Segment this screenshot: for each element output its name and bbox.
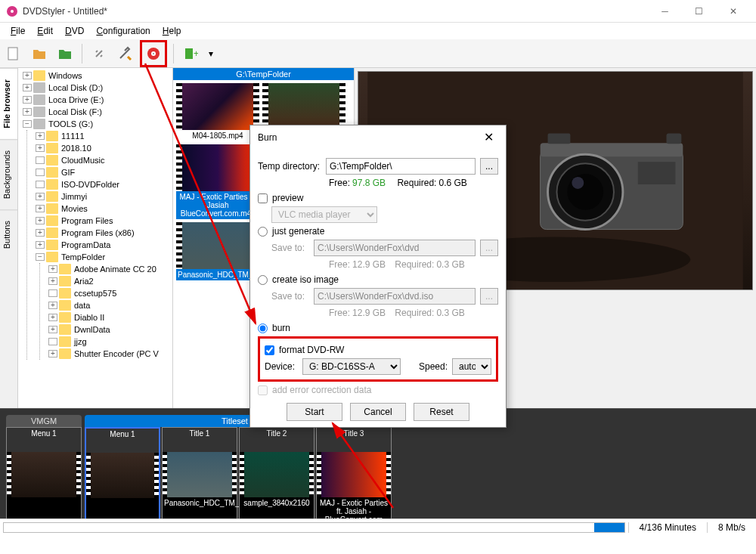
tree-item[interactable]: +ProgramData — [36, 239, 171, 251]
svg-point-14 — [567, 174, 603, 210]
svg-rect-16 — [638, 162, 676, 184]
timeline-item[interactable]: Title 2sample_3840x2160 — [239, 427, 314, 518]
generate-browse: ... — [480, 240, 498, 256]
svg-rect-17 — [548, 133, 571, 144]
thumbnail-item[interactable]: MAJ - Exotic Parties ft. Jasiah BlueConv… — [176, 144, 259, 219]
menu-bar: File Edit DVD Configuration Help — [0, 23, 756, 39]
settings-button[interactable] — [88, 43, 110, 64]
tree-item[interactable]: +2018.10 — [36, 142, 171, 154]
tempdir-label: Temp directory: — [258, 161, 321, 172]
tree-item[interactable]: +data — [48, 299, 171, 311]
iso-browse: ... — [480, 288, 498, 305]
cancel-button[interactable]: Cancel — [350, 403, 406, 421]
new-button[interactable] — [3, 43, 24, 64]
dialog-title: Burn — [258, 132, 479, 143]
speed-select[interactable]: auto — [452, 358, 491, 375]
minimize-button[interactable]: ─ — [648, 0, 682, 23]
close-button[interactable]: ✕ — [716, 0, 750, 23]
timeline-item[interactable]: Title 3MAJ - Exotic Parties ft. Jasiah -… — [316, 427, 392, 518]
reset-button[interactable]: Reset — [414, 403, 469, 421]
preview-checkbox[interactable] — [258, 193, 268, 203]
format-dvdrw-checkbox[interactable] — [265, 345, 274, 355]
tab-buttons[interactable]: Buttons — [0, 209, 17, 259]
tab-backgrounds[interactable]: Backgrounds — [0, 139, 17, 209]
tree-item[interactable]: +Movies — [36, 203, 171, 215]
tempdir-input[interactable] — [326, 158, 476, 175]
title-bar: DVDStyler - Untitled* ─ ☐ ✕ — [0, 0, 756, 23]
burn-button-highlight — [140, 40, 167, 67]
tree-item[interactable]: +Loca Drive (E:) — [23, 94, 171, 106]
required-space: 0.6 GB — [438, 178, 466, 188]
timeline-item[interactable]: Title 1Panasonic_HDC_TM_700_P_50i — [162, 427, 237, 518]
add-button[interactable]: + — [180, 43, 201, 64]
tree-item[interactable]: +Aria2 — [48, 275, 171, 287]
toolbar: + ▾ — [0, 39, 756, 68]
open-button[interactable] — [29, 43, 50, 64]
tree-item[interactable]: jjzg — [48, 336, 171, 348]
tree-item[interactable]: +Program Files (x86) — [36, 227, 171, 239]
svg-rect-2 — [8, 48, 17, 60]
svg-rect-6 — [185, 48, 193, 59]
app-icon — [6, 5, 18, 17]
save-button[interactable] — [54, 43, 76, 64]
svg-rect-18 — [666, 133, 681, 144]
tree-item[interactable]: +Jimmyi — [36, 190, 171, 203]
tree-item[interactable]: +Program Files — [36, 215, 171, 227]
maximize-button[interactable]: ☐ — [682, 0, 716, 23]
window-title: DVDStyler - Untitled* — [23, 6, 648, 17]
tree-item[interactable]: +Local Disk (F:) — [23, 106, 171, 118]
tree-item[interactable]: ccsetup575 — [48, 287, 171, 299]
tempdir-browse[interactable]: ... — [480, 158, 498, 175]
tree-item[interactable]: +Windows — [23, 70, 171, 82]
status-bitrate: 8 Mb/s — [707, 522, 756, 533]
tree-item[interactable]: +Adobe Animate CC 20 — [48, 263, 171, 275]
tree-item[interactable]: +Shutter Encoder (PC V — [48, 348, 171, 360]
burn-radio[interactable] — [258, 323, 268, 333]
timeline-item[interactable]: Menu 1 — [85, 427, 160, 518]
thumbnail-item[interactable]: Panasonic_HDC_TM_700_P_50i.m4v — [176, 222, 259, 289]
disc-usage-bar — [3, 522, 625, 533]
dialog-close-button[interactable]: ✕ — [479, 130, 498, 144]
add-dropdown[interactable]: ▾ — [206, 43, 216, 64]
tree-item[interactable]: +Local Disk (D:) — [23, 82, 171, 94]
tree-item[interactable]: +DwnlData — [48, 323, 171, 336]
tree-item[interactable]: ISO-DVDFolder — [36, 178, 171, 190]
menu-configuration[interactable]: Configuration — [90, 24, 156, 38]
timeline-group-header[interactable]: VMGM — [6, 415, 82, 427]
status-bar: 4/136 Minutes 8 Mb/s — [0, 518, 756, 535]
add-ecc-checkbox — [258, 385, 268, 395]
status-minutes: 4/136 Minutes — [628, 522, 707, 533]
free-space: 97.8 GB — [352, 178, 386, 188]
generate-saveto-input — [314, 240, 476, 256]
menu-help[interactable]: Help — [156, 24, 187, 38]
device-select[interactable]: G: BD-C16SS-A — [302, 358, 401, 375]
svg-text:+: + — [194, 48, 198, 59]
sidebar-tabs: File browser Backgrounds Buttons — [0, 68, 18, 408]
menu-dvd[interactable]: DVD — [59, 24, 90, 38]
tree-item[interactable]: +11111 — [36, 130, 171, 142]
thumb-path: G:\TempFolder — [173, 68, 354, 80]
tree-item[interactable]: +Diablo II — [48, 311, 171, 323]
thumbnail-item[interactable]: M04-1805.mp4 — [176, 83, 259, 141]
device-highlight: format DVD-RW Device: G: BD-C16SS-A Spee… — [258, 336, 498, 382]
just-generate-radio[interactable] — [258, 227, 268, 237]
tab-file-browser[interactable]: File browser — [0, 68, 17, 139]
tools-button[interactable] — [114, 43, 135, 64]
burn-button[interactable] — [143, 43, 164, 64]
svg-point-1 — [11, 10, 14, 13]
menu-edit[interactable]: Edit — [31, 24, 59, 38]
start-button[interactable]: Start — [287, 403, 342, 421]
iso-saveto-input — [314, 288, 476, 305]
preview-player-select: VLC media player — [271, 206, 377, 223]
folder-tree[interactable]: +Windows+Local Disk (D:)+Loca Drive (E:)… — [18, 68, 173, 408]
svg-rect-11 — [541, 143, 683, 156]
menu-file[interactable]: File — [5, 24, 31, 38]
tree-item[interactable]: −TOOLS (G:) — [23, 118, 171, 130]
svg-point-15 — [572, 177, 584, 189]
timeline-item[interactable]: Menu 1 — [6, 427, 82, 518]
svg-point-5 — [153, 53, 154, 54]
tree-item[interactable]: −TempFolder — [36, 251, 171, 263]
tree-item[interactable]: CloudMusic — [36, 154, 171, 166]
create-iso-radio[interactable] — [258, 275, 268, 285]
tree-item[interactable]: GIF — [36, 166, 171, 178]
